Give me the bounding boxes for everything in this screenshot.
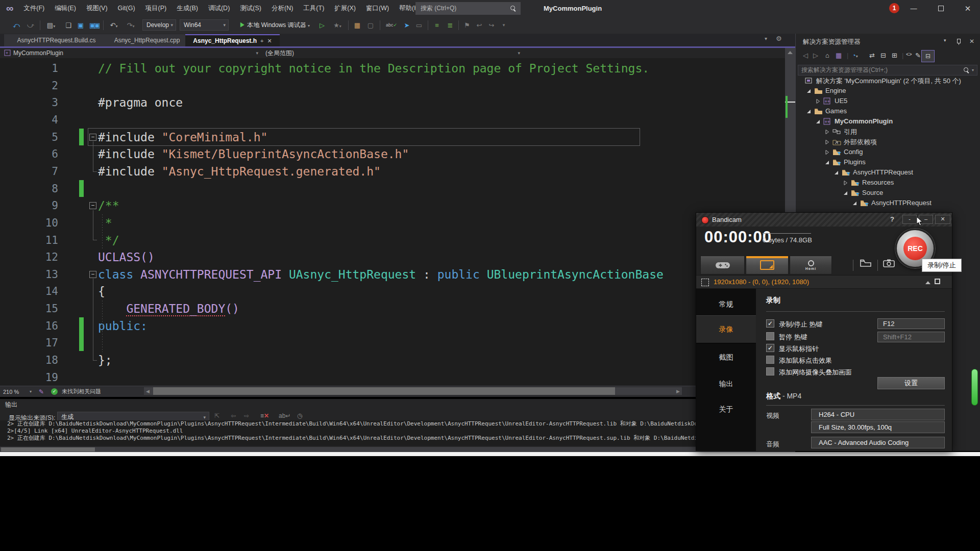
search-input[interactable]: 搜索 (Ctrl+Q) [415,2,521,15]
code-line-10[interactable]: 10 * [0,214,785,232]
open-folder-icon[interactable] [860,259,872,267]
tree-item-Games[interactable]: Games [796,106,980,116]
next-message-icon[interactable]: ⇨ [244,412,249,419]
save-icon[interactable]: ▣ [76,17,86,34]
expanded-arrow-icon[interactable] [843,190,848,197]
bandicam-sidebar-截图[interactable]: 截图 [696,343,756,371]
tree-item-外部依赖项[interactable]: 外部依赖项 [796,137,980,147]
new-file-icon[interactable]: ▤▾ [45,17,57,34]
minimize-button[interactable]: — [903,0,924,17]
cursor-select-icon[interactable]: ➤ [402,17,411,34]
checkbox-添加鼠标点击效果[interactable] [766,356,774,364]
previous-bookmark-icon[interactable]: ↩ [475,17,484,34]
view-code-icon[interactable]: <> [906,52,912,57]
tree-item-Source[interactable]: Source [796,188,980,198]
expanded-arrow-icon[interactable] [806,108,812,116]
start-without-debug-icon[interactable]: ▷ [317,17,327,34]
platform-dropdown[interactable]: Win64▾ [180,19,229,31]
tree-item-Engine[interactable]: Engine [796,86,980,96]
checkbox-录制/停止 热键[interactable]: ✓ [766,319,774,328]
code-line-13[interactable]: 13−class ASNYCHTTPREQUEST_API UAsnyc_Htt… [0,266,785,283]
properties-wrench-icon[interactable]: ✎ [915,52,921,59]
expanded-arrow-icon[interactable] [815,118,821,126]
navbar-project-dropdown[interactable]: MyCommonPlugin▾ [13,48,261,58]
menu-item[interactable]: Git(G) [113,0,140,17]
code-line-11[interactable]: 11 */ [0,232,785,249]
bandicam-sidebar-录像[interactable]: 录像 [696,315,756,343]
rec-button-label[interactable]: REC [903,237,927,260]
document-health-icon[interactable]: ✎ [39,388,44,395]
capture-target-bar[interactable]: 980x551 - (0, 0), (1920, 1080) [696,275,952,289]
tree-item-Config[interactable]: Config [796,147,980,157]
previous-message-icon[interactable]: ⇦ [231,412,236,419]
tab-overflow-icon[interactable]: ▾ [765,36,767,41]
scroll-up-arrow-icon[interactable] [788,51,793,54]
close-button[interactable]: ✕ [958,0,978,17]
back-icon[interactable]: ◁ [803,52,808,59]
screenshot-camera-icon[interactable] [883,259,895,267]
tree-item-Resources[interactable]: Resources [796,178,980,188]
menu-item[interactable]: 视图(V) [81,0,113,17]
tree-item-UE5[interactable]: ++UE5 [796,96,980,106]
bandicam-window[interactable]: Bandicam ? - – ✕ 00:00:00 0 bytes / 74.8… [696,212,952,451]
menu-item[interactable]: 调试(D) [203,0,235,17]
code-line-7[interactable]: 7#include "Asnyc_HttpRequest.generated.h… [0,163,785,180]
panel-menu-chevron-icon[interactable]: ▾ [944,38,946,43]
tab-options-gear-icon[interactable]: ⚙ [776,35,782,42]
code-editor[interactable]: 1// Fill out your copyright notice in th… [0,58,785,386]
menu-item[interactable]: 测试(S) [235,0,266,17]
fold-collapse-icon[interactable]: − [89,271,96,278]
show-all-files-toggle[interactable]: ⊟ [921,50,935,62]
menu-item[interactable]: 扩展(X) [329,0,361,17]
code-line-4[interactable]: 4 [0,111,785,129]
navbar-scope-dropdown[interactable]: (全局范围)▾ [265,48,523,58]
code-line-8[interactable]: 8 [0,180,785,197]
home-icon[interactable]: ⌂ [825,52,829,59]
record-hotkey-input[interactable]: F12 [877,318,945,329]
profiler-icon[interactable]: ★▾ [331,17,344,34]
next-bookmark-icon[interactable]: ↪ [487,17,496,34]
fold-collapse-icon[interactable]: − [89,202,96,209]
menu-item[interactable]: 项目(P) [140,0,172,17]
menu-item[interactable]: 窗口(W) [361,0,394,17]
bandicam-close-button[interactable]: ✕ [935,215,950,224]
notification-badge[interactable]: 1 [889,3,899,13]
expanded-arrow-icon[interactable] [852,200,857,208]
pin-panel-icon[interactable] [957,39,961,43]
output-log[interactable]: 2>[3/5] Link [x64] UnrealEditor-AsnycHTT… [0,420,795,446]
zoom-level-select[interactable]: 210 %▾ [3,389,32,395]
tree-item-引用[interactable]: 引用 [796,127,980,137]
tree-item-Plugins[interactable]: Plugins [796,157,980,167]
code-line-3[interactable]: 3#pragma once [0,94,785,111]
switch-views-icon[interactable]: ▦ [836,52,842,59]
menu-item[interactable]: 文件(F) [18,0,50,17]
bandicam-sidebar-输出[interactable]: 输出 [696,371,756,397]
pending-changes-filter-icon[interactable]: ◔▾ [852,52,858,59]
navigate-back-icon[interactable]: ⤺ [11,17,21,34]
tab-AsnycHTTPRequest.Build.cs[interactable]: AsnycHTTPRequest.Build.cs [4,34,109,46]
code-line-16[interactable]: 16public: [0,317,785,335]
code-line-6[interactable]: 6#include "Kismet/BlueprintAsyncActionBa… [0,145,785,163]
collapse-arrow-icon[interactable] [925,281,930,284]
tab-Asnyc_HttpRequest.h[interactable]: Asnyc_HttpRequest.h+✕ [185,34,280,46]
expanded-arrow-icon[interactable] [824,159,830,167]
package-icon[interactable]: ▦ [352,17,362,34]
timestamp-clock-icon[interactable]: ◷ [297,412,302,419]
code-line-12[interactable]: 12UCLASS() [0,248,785,266]
tab-screen-recording[interactable] [746,256,789,274]
clear-all-icon[interactable]: ≡✕ [260,412,269,419]
pin-tab-icon[interactable]: + [260,38,263,44]
pause-hotkey-input[interactable]: Shift+F12 [877,332,945,342]
checkbox-显示鼠标指针[interactable]: ✓ [766,344,774,352]
undo-icon[interactable]: ↶▾ [107,17,120,34]
collapsed-arrow-icon[interactable] [843,180,848,187]
collapsed-arrow-icon[interactable] [824,139,830,146]
forward-icon[interactable]: ▷ [813,52,818,59]
bandicam-sidebar-关于[interactable]: 关于 [696,397,756,422]
bookmark-icon[interactable]: ⚑ [462,17,472,34]
editor-horizontal-scrollbar[interactable]: ◀ ▶ [144,387,682,395]
goto-message-icon[interactable]: ⇱ [214,412,219,419]
scroll-right-arrow-icon[interactable]: ▶ [676,389,680,394]
tree-item-MyCommonPlugin[interactable]: ++MyCommonPlugin [796,116,980,127]
scroll-left-arrow-icon[interactable]: ◀ [146,389,150,394]
